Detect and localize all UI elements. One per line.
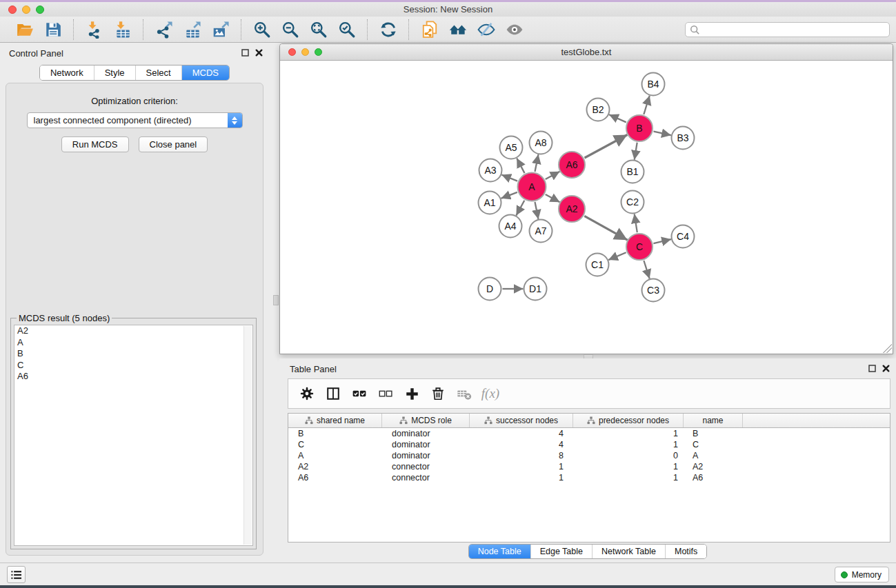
- cell[interactable]: connector: [382, 461, 470, 472]
- cell[interactable]: 4: [470, 428, 573, 439]
- cell[interactable]: C: [684, 439, 743, 450]
- cell[interactable]: C: [288, 439, 382, 450]
- edge-A2-C[interactable]: [584, 216, 627, 240]
- edge-A-A4[interactable]: [516, 201, 524, 216]
- node-A6[interactable]: A6: [559, 152, 585, 178]
- table-row[interactable]: Cdominator41C: [288, 439, 890, 450]
- tab-motifs[interactable]: Motifs: [665, 545, 706, 558]
- edge-A6-B[interactable]: [585, 135, 628, 159]
- cell[interactable]: A6: [684, 472, 743, 483]
- tab-select[interactable]: Select: [135, 65, 181, 80]
- node-A4[interactable]: A4: [499, 215, 522, 238]
- node-B3[interactable]: B3: [672, 127, 695, 150]
- edge-C-C2[interactable]: [635, 214, 637, 232]
- table-row[interactable]: A6connector11A6: [288, 472, 890, 483]
- result-item[interactable]: A2: [14, 325, 252, 337]
- tab-network[interactable]: Network: [40, 65, 94, 80]
- result-item[interactable]: A: [14, 337, 252, 349]
- home-network-button[interactable]: [444, 18, 472, 41]
- cell[interactable]: 0: [573, 450, 684, 461]
- node-C1[interactable]: C1: [586, 254, 609, 276]
- close-table-panel-icon[interactable]: [882, 364, 890, 373]
- cell[interactable]: A: [684, 450, 743, 461]
- edge-B-B3[interactable]: [654, 132, 671, 136]
- edge-B-B2[interactable]: [609, 114, 626, 122]
- cell[interactable]: 1: [470, 472, 573, 483]
- create-column-button[interactable]: [399, 381, 425, 406]
- edge-A-A2[interactable]: [546, 194, 560, 202]
- zoom-selected-button[interactable]: [332, 18, 361, 41]
- import-table-button[interactable]: [108, 18, 137, 41]
- settings-button[interactable]: [294, 381, 320, 406]
- session-document-button[interactable]: [415, 18, 444, 41]
- close-panel-icon[interactable]: [255, 48, 263, 57]
- node-A8[interactable]: A8: [530, 132, 552, 154]
- window-resize-grip[interactable]: [883, 344, 892, 353]
- cell[interactable]: 1: [573, 428, 684, 439]
- cell[interactable]: A6: [288, 472, 382, 483]
- result-item[interactable]: B: [14, 348, 252, 360]
- tab-style[interactable]: Style: [94, 65, 135, 80]
- float-table-panel-icon[interactable]: [868, 364, 877, 373]
- cell[interactable]: A: [288, 450, 382, 461]
- node-C2[interactable]: C2: [621, 191, 644, 214]
- node-B[interactable]: B: [626, 115, 653, 141]
- cell[interactable]: dominator: [382, 428, 470, 439]
- select-all-button[interactable]: [346, 381, 372, 406]
- search-input[interactable]: [703, 25, 885, 35]
- cell[interactable]: 1: [573, 461, 684, 472]
- node-C3[interactable]: C3: [642, 279, 665, 302]
- delete-columns-button[interactable]: [425, 381, 451, 406]
- cell[interactable]: 4: [470, 439, 573, 450]
- node-B2[interactable]: B2: [587, 99, 610, 121]
- result-scrollbar[interactable]: [243, 326, 252, 545]
- cell[interactable]: dominator: [382, 450, 470, 461]
- node-D[interactable]: D: [479, 278, 501, 301]
- tab-edge-table[interactable]: Edge Table: [530, 545, 592, 558]
- result-item[interactable]: C: [14, 360, 252, 372]
- deselect-all-button[interactable]: [372, 381, 399, 406]
- cell[interactable]: B: [288, 428, 382, 439]
- cell[interactable]: B: [684, 428, 743, 439]
- import-network-button[interactable]: [80, 18, 108, 41]
- search-field[interactable]: [685, 22, 890, 37]
- cell[interactable]: dominator: [382, 439, 470, 450]
- edge-A-A7[interactable]: [535, 202, 539, 219]
- zoom-in-button[interactable]: [248, 18, 276, 41]
- edge-A-A8[interactable]: [535, 154, 539, 172]
- run-mcds-button[interactable]: Run MCDS: [61, 136, 129, 152]
- eye-button[interactable]: [500, 18, 528, 41]
- criterion-dropdown[interactable]: largest connected component (directed): [27, 112, 243, 128]
- cell[interactable]: A2: [684, 461, 743, 472]
- column-header-name[interactable]: name: [684, 414, 743, 427]
- eye-slash-button[interactable]: [472, 18, 500, 41]
- cell[interactable]: 1: [573, 439, 684, 450]
- column-header-shared-name[interactable]: shared name: [288, 414, 382, 427]
- edge-C-C1[interactable]: [608, 252, 626, 260]
- tab-node-table[interactable]: Node Table: [469, 545, 530, 558]
- table-row[interactable]: Bdominator41B: [288, 428, 890, 439]
- tab-mcds[interactable]: MCDS: [181, 65, 229, 80]
- cell[interactable]: 1: [470, 461, 573, 472]
- zoom-fit-button[interactable]: [304, 18, 332, 41]
- node-C4[interactable]: C4: [672, 225, 695, 248]
- node-B1[interactable]: B1: [621, 161, 644, 183]
- node-B4[interactable]: B4: [642, 73, 665, 96]
- node-A[interactable]: A: [518, 173, 546, 201]
- node-A3[interactable]: A3: [479, 159, 502, 182]
- node-C[interactable]: C: [626, 234, 653, 260]
- column-header-MCDS-role[interactable]: MCDS role: [382, 414, 470, 427]
- edge-A-A3[interactable]: [501, 175, 517, 181]
- show-columns-button[interactable]: [320, 381, 346, 406]
- save-session-button[interactable]: [39, 18, 67, 41]
- edge-B-B1[interactable]: [635, 143, 637, 160]
- open-file-button[interactable]: [10, 18, 39, 41]
- table-row[interactable]: Adominator80A: [288, 450, 890, 461]
- node-A1[interactable]: A1: [479, 192, 501, 214]
- edge-A-A6[interactable]: [546, 172, 560, 179]
- export-network-button[interactable]: [150, 18, 178, 41]
- edge-C-C4[interactable]: [653, 239, 671, 243]
- column-header-predecessor-nodes[interactable]: predecessor nodes: [573, 414, 684, 427]
- zoom-out-button[interactable]: [276, 18, 304, 41]
- cell[interactable]: connector: [382, 472, 470, 483]
